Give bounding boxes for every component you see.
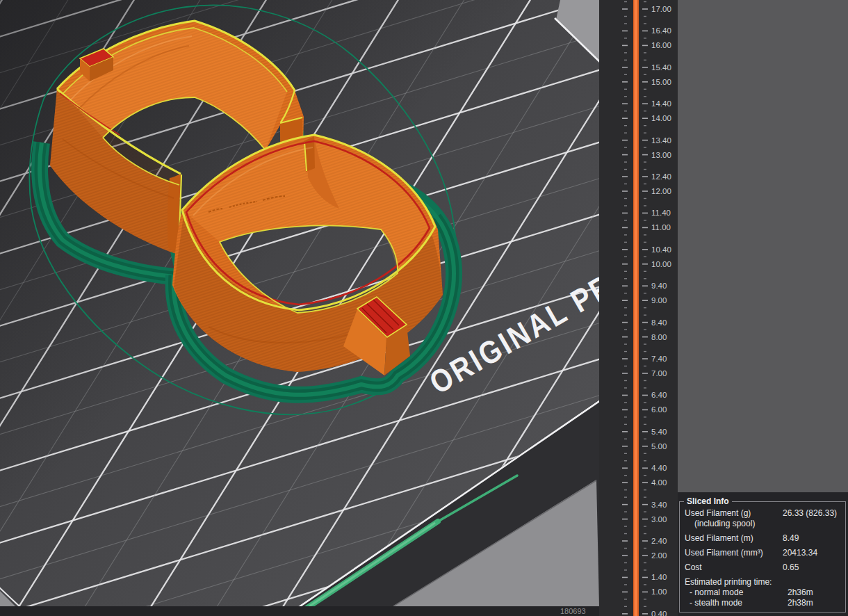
info-label: Used Filament (mm³): [685, 548, 783, 558]
info-value: 2h38m: [788, 598, 842, 608]
info-label: Used Filament (g): [685, 508, 783, 519]
svg-text:7.00: 7.00: [651, 369, 667, 378]
svg-text:10.00: 10.00: [651, 260, 671, 268]
svg-text:7.40: 7.40: [651, 355, 667, 363]
sliced-info-title: Sliced Info: [684, 496, 732, 506]
svg-text:11.00: 11.00: [651, 223, 671, 232]
info-value: 20413.34: [783, 548, 842, 558]
svg-text:5.40: 5.40: [651, 428, 667, 436]
svg-text:3.00: 3.00: [651, 515, 667, 524]
sliced-info-row: Estimated printing time:: [685, 577, 842, 587]
svg-text:12.40: 12.40: [651, 172, 671, 181]
svg-text:16.00: 16.00: [651, 41, 671, 49]
slicer-window: ORIGINAL PRU: [0, 0, 848, 616]
layer-ruler: 17.0016.4016.0015.4015.0014.4014.0013.40…: [599, 0, 678, 616]
svg-text:2.40: 2.40: [651, 537, 667, 545]
info-label: Estimated printing time:: [685, 577, 783, 587]
sliced-info-row: - stealth mode2h38m: [685, 598, 842, 608]
svg-text:1.00: 1.00: [651, 587, 667, 596]
svg-text:14.00: 14.00: [651, 114, 671, 122]
svg-text:15.40: 15.40: [651, 63, 671, 72]
svg-text:13.40: 13.40: [651, 136, 671, 145]
sliced-info-row: Cost0.65: [685, 562, 842, 573]
frame-counter: 180693: [560, 606, 586, 616]
scene-canvas: ORIGINAL PRU: [0, 0, 599, 606]
svg-text:16.40: 16.40: [651, 26, 671, 35]
svg-text:10.40: 10.40: [651, 245, 671, 254]
info-value: 2h36m: [788, 587, 842, 598]
info-value: [792, 519, 842, 529]
info-label: - stealth mode: [685, 598, 788, 608]
svg-text:9.40: 9.40: [651, 282, 667, 290]
info-value: 26.33 (826.33): [783, 508, 842, 519]
svg-text:1.40: 1.40: [651, 573, 667, 581]
svg-text:6.00: 6.00: [651, 405, 667, 414]
svg-text:13.00: 13.00: [651, 151, 671, 159]
svg-text:9.00: 9.00: [651, 296, 667, 305]
info-value: 0.65: [783, 562, 842, 573]
status-strip: 180693: [0, 606, 599, 616]
svg-text:14.40: 14.40: [651, 99, 671, 108]
sliced-info-row: - normal mode2h36m: [685, 587, 842, 598]
info-value: 8.49: [783, 533, 842, 544]
sliced-info-row: Used Filament (mm³)20413.34: [685, 548, 842, 558]
svg-text:2.00: 2.00: [651, 551, 667, 560]
sliced-info-rows: Used Filament (g)26.33 (826.33)(includin…: [680, 502, 845, 608]
info-label: - normal mode: [685, 587, 788, 598]
svg-text:11.40: 11.40: [651, 209, 671, 217]
svg-text:17.00: 17.00: [651, 5, 671, 13]
svg-text:4.00: 4.00: [651, 478, 667, 487]
svg-text:3.40: 3.40: [651, 501, 667, 509]
svg-text:4.40: 4.40: [651, 464, 667, 472]
svg-text:12.00: 12.00: [651, 187, 671, 195]
sliced-info-area: Sliced Info Used Filament (g)26.33 (826.…: [678, 492, 848, 616]
preview-3d-viewport[interactable]: ORIGINAL PRU: [0, 0, 599, 606]
info-label: Cost: [685, 562, 783, 573]
sliced-info-row: Used Filament (g)26.33 (826.33): [685, 508, 842, 519]
svg-text:5.00: 5.00: [651, 442, 667, 451]
svg-text:6.40: 6.40: [651, 391, 667, 399]
svg-text:15.00: 15.00: [651, 78, 671, 86]
info-label: Used Filament (m): [685, 533, 783, 544]
sliced-info-box: Sliced Info Used Filament (g)26.33 (826.…: [679, 501, 846, 613]
side-panel: [678, 0, 848, 492]
info-value: [783, 577, 842, 587]
svg-text:8.00: 8.00: [651, 333, 667, 341]
svg-text:8.40: 8.40: [651, 318, 667, 327]
info-label: (including spool): [685, 519, 792, 529]
sliced-info-row: (including spool): [685, 519, 842, 529]
sliced-info-row: Used Filament (m)8.49: [685, 533, 842, 544]
svg-text:0.40: 0.40: [651, 610, 667, 616]
